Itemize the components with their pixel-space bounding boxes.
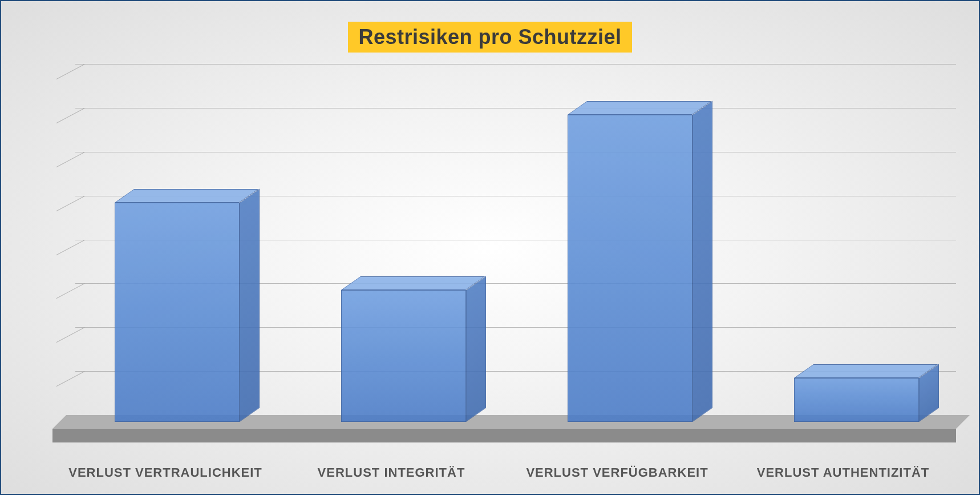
chart-title: Restrisiken pro Schutzziel [348, 22, 631, 53]
x-axis-label: VERLUST AUTHENTIZITÄT [730, 465, 956, 480]
x-axis-label: VERLUST VERFÜGBARKEIT [504, 465, 730, 480]
bar [794, 378, 918, 422]
title-container: Restrisiken pro Schutzziel [1, 22, 979, 53]
chart-frame: Restrisiken pro Schutzziel VERLUST VERTR… [0, 0, 980, 495]
x-axis-label: VERLUST INTEGRITÄT [278, 465, 504, 480]
x-axis-labels: VERLUST VERTRAULICHKEITVERLUST INTEGRITÄ… [52, 465, 956, 480]
bars-container [52, 64, 956, 415]
bar [341, 290, 465, 422]
plot-area [24, 64, 956, 442]
bar [115, 203, 239, 422]
x-axis-label: VERLUST VERTRAULICHKEIT [52, 465, 278, 480]
bar [568, 115, 692, 422]
